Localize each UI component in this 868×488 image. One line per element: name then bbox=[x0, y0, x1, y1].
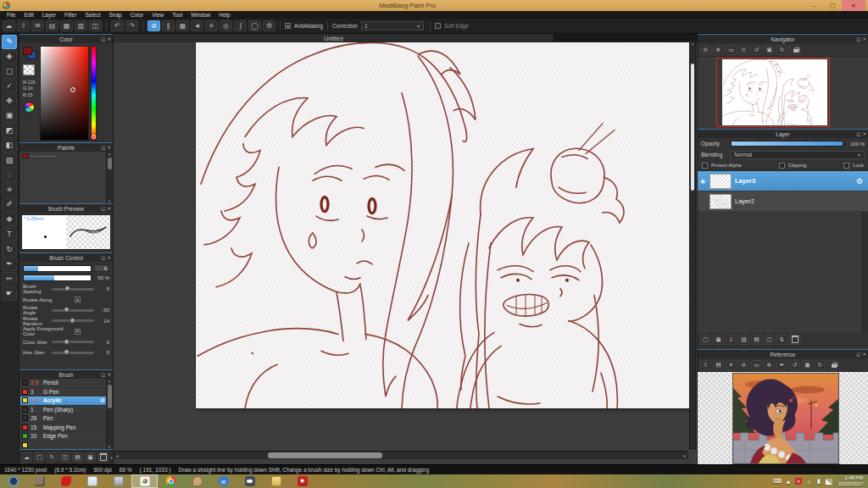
taskbar-app-button[interactable]: w bbox=[210, 474, 236, 488]
layer-row[interactable]: Layer2 bbox=[698, 191, 868, 212]
reference-button[interactable]: ⊖ bbox=[738, 360, 749, 370]
saturation-value-picker[interactable] bbox=[40, 46, 89, 141]
popout-icon[interactable]: ◱ bbox=[101, 253, 105, 262]
close-icon[interactable]: ✕ bbox=[107, 204, 111, 213]
toolbar-button[interactable]: ✉ bbox=[31, 20, 44, 31]
brush-action-button[interactable]: ▢ bbox=[34, 452, 45, 463]
tray-icon[interactable] bbox=[826, 479, 832, 485]
tool-button[interactable]: ▣ bbox=[2, 109, 17, 124]
snap-button[interactable]: ◎ bbox=[220, 20, 232, 31]
navigator-button[interactable]: ▭ bbox=[726, 45, 737, 55]
minimize-button[interactable]: – bbox=[804, 0, 823, 11]
menu-item[interactable]: Help bbox=[214, 12, 234, 18]
reference-view[interactable] bbox=[698, 372, 868, 464]
reference-button[interactable]: ↺ bbox=[789, 360, 800, 370]
control-slider[interactable] bbox=[52, 309, 94, 312]
foreground-color-swatch[interactable] bbox=[23, 47, 32, 55]
close-icon[interactable]: ✕ bbox=[107, 370, 111, 379]
navigator-button[interactable]: ⊕ bbox=[713, 45, 724, 55]
close-button[interactable]: ✕ bbox=[842, 0, 865, 11]
brush-list-item[interactable]: 2.9 Pencil bbox=[20, 379, 112, 388]
transparent-color-swatch[interactable] bbox=[23, 64, 35, 75]
slider-knob[interactable] bbox=[64, 307, 70, 313]
taskbar-app-button[interactable] bbox=[105, 474, 131, 488]
layer-row[interactable]: ◉ Layer3 ⚙ bbox=[698, 171, 868, 191]
palette-list[interactable]: ▲▼ bbox=[20, 152, 112, 203]
control-slider[interactable] bbox=[52, 341, 94, 343]
canvas-vertical-scrollbar[interactable]: ▲ bbox=[689, 41, 696, 449]
tool-button[interactable]: ❖ bbox=[2, 213, 17, 227]
toolbar-button[interactable]: ☁ bbox=[3, 20, 15, 31]
popout-icon[interactable]: ◱ bbox=[856, 350, 860, 358]
navigator-button[interactable]: ⊖ bbox=[700, 45, 711, 55]
soft-edge-checkbox[interactable] bbox=[435, 23, 441, 29]
layer-option[interactable]: Clipping bbox=[779, 163, 807, 169]
snap-button[interactable]: ⊘ bbox=[147, 20, 160, 31]
tool-button[interactable]: ✐ bbox=[2, 198, 17, 213]
tool-button[interactable]: ▢ bbox=[2, 64, 17, 79]
hue-slider[interactable] bbox=[91, 46, 97, 141]
hue-cursor[interactable] bbox=[92, 135, 96, 139]
reference-button[interactable]: ▭ bbox=[751, 360, 762, 370]
toolbar-button[interactable]: ↷ bbox=[125, 20, 138, 31]
menu-item[interactable]: View bbox=[147, 12, 168, 18]
popout-icon[interactable]: ◱ bbox=[101, 143, 105, 152]
taskbar-app-button[interactable] bbox=[236, 474, 263, 488]
canvas-horizontal-scrollbar[interactable]: ◄ ► bbox=[114, 451, 688, 459]
close-icon[interactable]: ✕ bbox=[862, 130, 866, 138]
blending-dropdown[interactable]: Normal▼ bbox=[731, 151, 865, 159]
document-tab[interactable]: Untitled bbox=[114, 34, 554, 42]
tool-button[interactable]: ◧ bbox=[2, 139, 17, 153]
brush-action-button[interactable]: ◫ bbox=[59, 452, 70, 463]
brush-size-slider[interactable] bbox=[23, 265, 92, 272]
tool-button[interactable]: ◈ bbox=[2, 50, 17, 64]
snap-button[interactable]: ∫ bbox=[234, 20, 247, 31]
control-checkbox[interactable]: ✕ bbox=[75, 329, 81, 335]
canvas[interactable] bbox=[196, 42, 689, 408]
menu-item[interactable]: Tool bbox=[168, 12, 186, 18]
taskbar-app-button[interactable]: ★ bbox=[289, 474, 315, 488]
current-layer-icon[interactable]: ◉ bbox=[700, 178, 705, 185]
layer-option[interactable]: Lock bbox=[843, 163, 864, 169]
tool-button[interactable]: ✏ bbox=[2, 272, 17, 286]
layer-action-button[interactable] bbox=[789, 335, 800, 345]
snap-button[interactable]: ◄ bbox=[191, 20, 203, 31]
taskbar-app-button[interactable] bbox=[53, 474, 79, 488]
reference-button[interactable]: ✕ bbox=[726, 360, 737, 370]
taskbar-app-button[interactable] bbox=[184, 474, 210, 488]
tool-button[interactable]: ✎ bbox=[2, 35, 17, 49]
snap-button[interactable]: ◯ bbox=[248, 20, 261, 31]
brush-list-item[interactable]: 28 Pen bbox=[20, 414, 112, 424]
menu-item[interactable]: File bbox=[3, 12, 19, 18]
navigator-button[interactable]: ⊙ bbox=[738, 45, 749, 55]
brush-list-item[interactable]: 10 Edge Pen bbox=[20, 432, 112, 441]
tool-button[interactable]: ☛ bbox=[2, 287, 17, 302]
slider-knob[interactable] bbox=[64, 339, 70, 345]
close-icon[interactable]: ✕ bbox=[862, 35, 866, 43]
taskbar-app-button[interactable] bbox=[26, 474, 53, 488]
tool-button[interactable]: ✓ bbox=[2, 80, 17, 94]
close-icon[interactable]: ✕ bbox=[107, 143, 111, 152]
layer-action-button[interactable]: ▨ bbox=[738, 335, 749, 345]
brush-opacity-slider[interactable] bbox=[23, 274, 92, 281]
menu-item[interactable]: Window bbox=[186, 12, 214, 18]
brush-scrollbar[interactable]: ▲▼ bbox=[106, 379, 112, 449]
layer-action-button[interactable]: ◫ bbox=[764, 335, 775, 345]
control-slider[interactable] bbox=[52, 352, 94, 354]
tray-icon[interactable]: ✕ bbox=[795, 478, 802, 485]
tool-button[interactable]: ✳ bbox=[2, 183, 17, 197]
reference-button[interactable] bbox=[827, 360, 838, 370]
tray-icon[interactable]: ▲ bbox=[785, 479, 792, 485]
layer-action-button[interactable]: ▤ bbox=[751, 335, 762, 345]
tray-icon[interactable]: ⌨ bbox=[773, 478, 782, 485]
layer-action-button[interactable]: ⇅ bbox=[776, 335, 787, 345]
reference-button[interactable]: ↻ bbox=[815, 360, 826, 370]
brush-action-button[interactable]: ☁ bbox=[21, 452, 32, 463]
control-slider[interactable] bbox=[52, 319, 94, 322]
navigator-button[interactable]: ↺ bbox=[751, 45, 762, 55]
snap-button[interactable]: ∥ bbox=[162, 20, 175, 31]
reference-button[interactable]: ▣ bbox=[802, 360, 813, 370]
popout-icon[interactable]: ◱ bbox=[101, 35, 105, 43]
layer-action-button[interactable]: ▣ bbox=[713, 335, 724, 345]
menu-item[interactable]: Filter bbox=[60, 12, 81, 18]
